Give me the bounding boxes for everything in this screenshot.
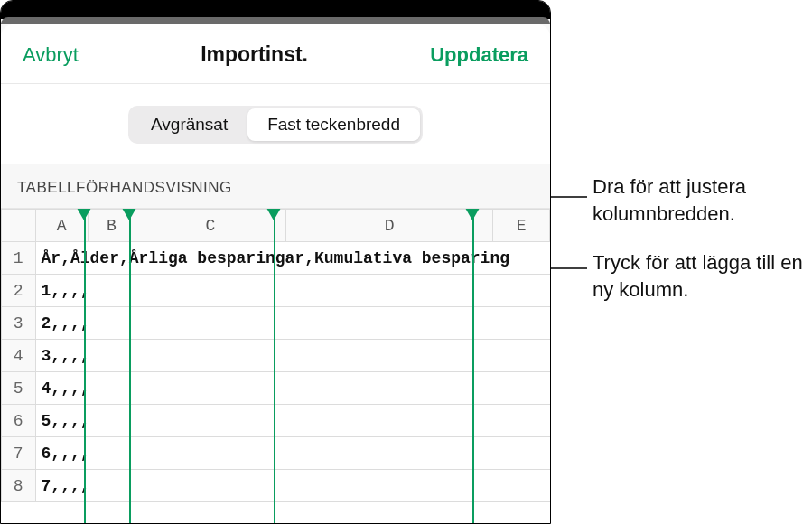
column-drag-handle-icon[interactable]: [465, 209, 480, 220]
tab-fixed-width[interactable]: Fast teckenbredd: [247, 108, 420, 141]
col-label: A: [57, 217, 67, 235]
column-drag-handle-icon[interactable]: [122, 209, 136, 220]
column-drag-handle-icon[interactable]: [266, 209, 281, 220]
panel-header: Avbryt Importinst. Uppdatera: [1, 24, 550, 84]
row-number: 6: [2, 405, 36, 437]
column-drag-handle-icon[interactable]: [77, 209, 91, 220]
row-number: 8: [2, 470, 36, 502]
callout-drag-adjust: Dra för att justera kolumnbredden.: [593, 173, 809, 227]
sheet-stack-edge: [1, 17, 550, 24]
column-separator[interactable]: [129, 209, 131, 523]
segmented-control: Avgränsat Fast teckenbredd: [128, 106, 423, 144]
table-preview: A B C D E: [1, 209, 550, 523]
column-separator[interactable]: [472, 209, 474, 523]
callout-tap-add: Tryck för att lägga till en ny kolumn.: [593, 249, 809, 303]
row-number: 2: [2, 275, 36, 307]
import-settings-panel: Avbryt Importinst. Uppdatera Avgränsat F…: [0, 0, 551, 524]
window-black-bar: [1, 1, 550, 19]
mode-tabs: Avgränsat Fast teckenbredd: [1, 84, 550, 164]
row-number: 4: [2, 340, 36, 372]
column-separator[interactable]: [274, 209, 275, 523]
preview-section-label: TABELLFÖRHANDSVISNING: [1, 164, 550, 209]
col-header[interactable]: C: [135, 210, 286, 242]
row-number: 7: [2, 437, 36, 470]
panel-title: Importinst.: [201, 42, 308, 67]
column-separator[interactable]: [84, 209, 86, 523]
leader-line: [551, 197, 587, 244]
col-label: C: [206, 217, 216, 235]
row-number: 5: [2, 372, 36, 405]
row-number: 1: [2, 242, 36, 275]
corner-cell: [2, 210, 36, 242]
callouts-area: Dra för att justera kolumnbredden. Tryck…: [551, 0, 812, 524]
col-header[interactable]: E: [493, 210, 550, 242]
update-button[interactable]: Uppdatera: [430, 43, 528, 67]
col-label: E: [517, 217, 527, 235]
col-label: D: [385, 217, 395, 235]
cancel-button[interactable]: Avbryt: [23, 43, 79, 67]
col-header[interactable]: D: [285, 210, 492, 242]
tab-delimited[interactable]: Avgränsat: [131, 108, 247, 141]
col-label: B: [107, 217, 117, 235]
leader-line: [551, 268, 587, 275]
row-number: 3: [2, 307, 36, 340]
